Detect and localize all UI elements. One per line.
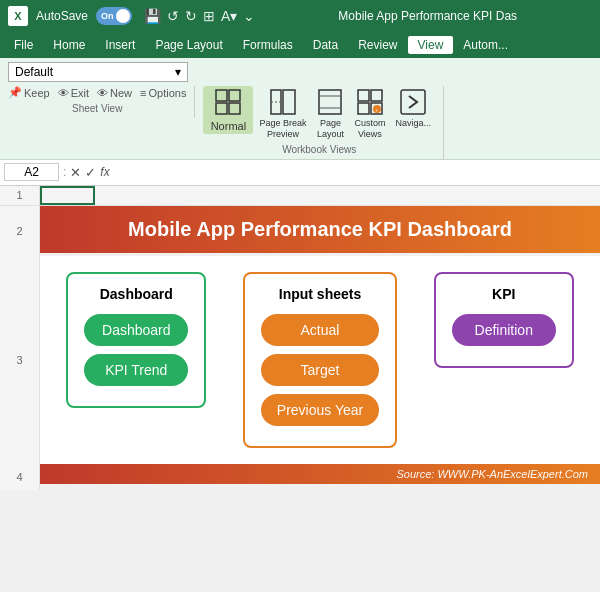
source-label: Source: WWW.PK-AnExcelExpert.Com	[40, 464, 600, 484]
menu-formulas[interactable]: Formulas	[233, 36, 303, 54]
workbook-views-label: Workbook Views	[203, 144, 435, 155]
keep-icon: 📌	[8, 86, 22, 99]
page-break-preview-button[interactable]: Page BreakPreview	[255, 86, 310, 142]
row-num-1: 1	[0, 186, 40, 205]
toggle-knob	[116, 9, 130, 23]
exit-icon: 👁	[58, 87, 69, 99]
more-icon[interactable]: ⌄	[243, 8, 255, 24]
row-num-header: 2	[0, 206, 40, 256]
formula-input[interactable]	[114, 165, 596, 179]
menu-home[interactable]: Home	[43, 36, 95, 54]
window-title: Mobile App Performance KPI Das	[263, 9, 592, 23]
kpi-section-title: KPI	[452, 286, 556, 302]
custom-views-label: CustomViews	[354, 118, 385, 140]
svg-rect-1	[229, 90, 240, 101]
menu-bar: File Home Insert Page Layout Formulas Da…	[0, 32, 600, 58]
dashboard-title: Mobile App Performance KPI Dashboard	[40, 206, 600, 253]
formula-bar: A2 : ✕ ✓ fx	[0, 160, 600, 186]
dashboard-button[interactable]: Dashboard	[84, 314, 188, 346]
definition-button[interactable]: Definition	[452, 314, 556, 346]
spreadsheet-area: 1 2 Mobile App Performance KPI Dashboard…	[0, 186, 600, 490]
excel-logo-icon: X	[8, 6, 28, 26]
cell-reference[interactable]: A2	[4, 163, 59, 181]
kpi-section-box: KPI Definition	[434, 272, 574, 368]
confirm-formula-icon[interactable]: ✓	[85, 165, 96, 180]
selected-cell-a1[interactable]	[40, 186, 95, 205]
sheet-view-label: Sheet View	[8, 103, 186, 114]
menu-file[interactable]: File	[4, 36, 43, 54]
svg-rect-16	[401, 90, 425, 114]
navigate-button[interactable]: Naviga...	[391, 86, 435, 131]
formula-colon-icon: :	[63, 165, 66, 179]
actual-button[interactable]: Actual	[261, 314, 379, 346]
kpi-trend-button[interactable]: KPI Trend	[84, 354, 188, 386]
title-bar-icons: 💾 ↺ ↻ ⊞ A▾ ⌄	[144, 8, 255, 24]
svg-rect-0	[216, 90, 227, 101]
dashboard-body: Dashboard Dashboard KPI Trend Input shee…	[40, 256, 600, 464]
svg-rect-11	[371, 90, 382, 101]
menu-automate[interactable]: Autom...	[453, 36, 518, 54]
previous-year-button[interactable]: Previous Year	[261, 394, 379, 426]
navigate-label: Naviga...	[395, 118, 431, 129]
page-break-label: Page BreakPreview	[259, 118, 306, 140]
svg-rect-3	[229, 103, 240, 114]
page-layout-label: PageLayout	[317, 118, 344, 140]
menu-data[interactable]: Data	[303, 36, 348, 54]
undo-icon[interactable]: ↺	[167, 8, 179, 24]
svg-text:+: +	[375, 107, 378, 113]
title-bar: X AutoSave On 💾 ↺ ↻ ⊞ A▾ ⌄ Mobile App Pe…	[0, 0, 600, 32]
autosave-label: AutoSave	[36, 9, 88, 23]
normal-view-label: Normal	[211, 120, 246, 132]
navigate-icon	[399, 88, 427, 118]
new-button[interactable]: 👁 New	[97, 87, 132, 99]
options-button[interactable]: ≡ Options	[140, 87, 186, 99]
svg-rect-12	[358, 103, 369, 114]
page-layout-icon	[316, 88, 344, 118]
row-num-body: 3	[0, 256, 40, 464]
svg-rect-10	[358, 90, 369, 101]
exit-button[interactable]: 👁 Exit	[58, 87, 89, 99]
autosave-toggle[interactable]: On	[96, 7, 132, 25]
normal-view-button[interactable]: Normal	[203, 86, 253, 134]
target-button[interactable]: Target	[261, 354, 379, 386]
svg-rect-5	[283, 90, 295, 114]
page-break-icon	[269, 88, 297, 118]
grid-icon[interactable]: ⊞	[203, 8, 215, 24]
new-icon: 👁	[97, 87, 108, 99]
svg-rect-7	[319, 90, 341, 114]
svg-rect-2	[216, 103, 227, 114]
menu-view[interactable]: View	[408, 36, 454, 54]
menu-insert[interactable]: Insert	[95, 36, 145, 54]
dashboard-section-box: Dashboard Dashboard KPI Trend	[66, 272, 206, 408]
ribbon: Default ▾ 📌 Keep 👁 Exit 👁 New	[0, 58, 600, 160]
font-color-icon[interactable]: A▾	[221, 8, 237, 24]
save-icon[interactable]: 💾	[144, 8, 161, 24]
custom-views-icon: +	[356, 88, 384, 118]
custom-views-button[interactable]: + CustomViews	[350, 86, 389, 142]
cancel-formula-icon[interactable]: ✕	[70, 165, 81, 180]
keep-button[interactable]: 📌 Keep	[8, 86, 50, 99]
page-layout-button[interactable]: PageLayout	[312, 86, 348, 142]
redo-icon[interactable]: ↻	[185, 8, 197, 24]
row-num-source: 4	[0, 464, 40, 490]
input-section-box: Input sheets Actual Target Previous Year	[243, 272, 397, 448]
dashboard-section-title: Dashboard	[84, 286, 188, 302]
input-section-title: Input sheets	[261, 286, 379, 302]
sheet-view-dropdown[interactable]: Default ▾	[8, 62, 188, 82]
insert-function-icon[interactable]: fx	[100, 165, 109, 179]
options-icon: ≡	[140, 87, 146, 99]
menu-review[interactable]: Review	[348, 36, 407, 54]
menu-page-layout[interactable]: Page Layout	[145, 36, 232, 54]
normal-view-icon	[214, 88, 242, 120]
toggle-on-label: On	[101, 11, 114, 21]
